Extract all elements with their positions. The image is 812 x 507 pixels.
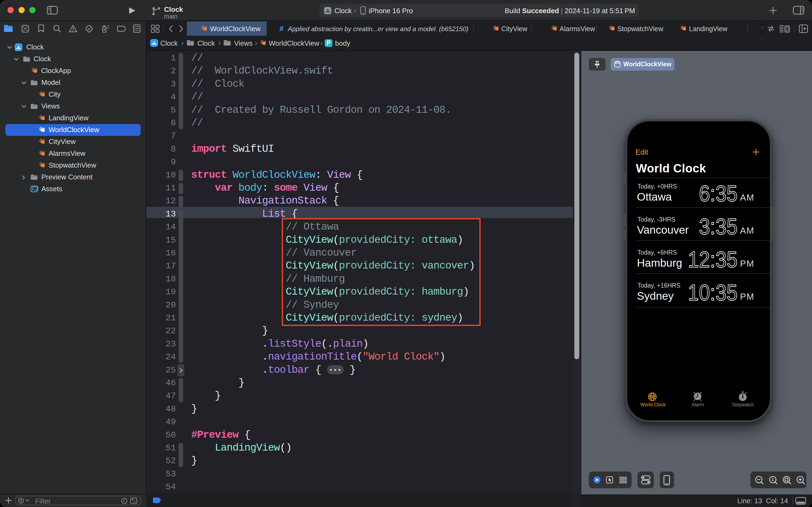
svg-text:1: 1	[772, 477, 774, 482]
